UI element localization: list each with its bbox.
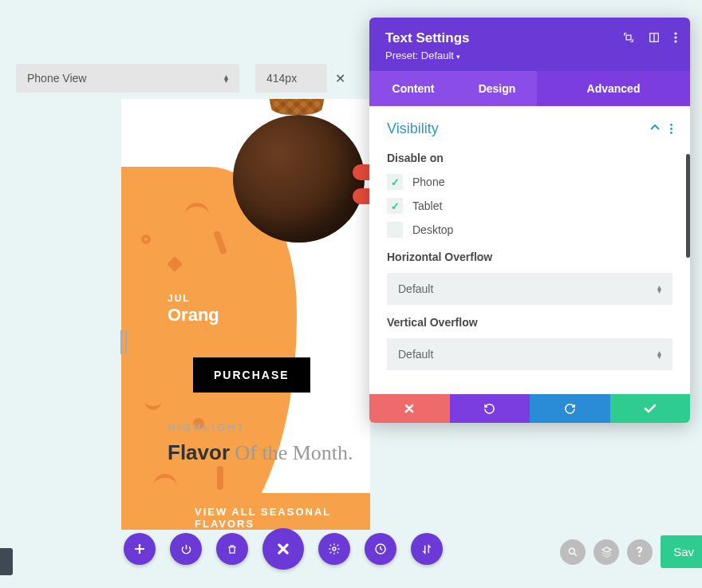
disable-phone-label: Phone xyxy=(412,176,444,188)
chevron-updown-icon: ▴▾ xyxy=(657,350,661,358)
panel-tabs: Content Design Advanced xyxy=(369,71,690,106)
sort-button[interactable] xyxy=(411,533,443,565)
dots-icon[interactable] xyxy=(674,32,677,43)
disable-desktop-label: Desktop xyxy=(412,223,453,236)
expand-icon[interactable] xyxy=(623,32,634,43)
svg-point-8 xyxy=(670,132,672,134)
view-all-button[interactable]: VIEW ALL SEASONAL FLAVORS xyxy=(176,493,370,530)
close-builder-button[interactable] xyxy=(262,528,304,570)
save-button[interactable]: Sav xyxy=(661,535,702,568)
svg-point-11 xyxy=(569,548,574,554)
panel-body: Visibility Disable on ✓ Phone ✓ Tablet D… xyxy=(369,106,690,394)
bottom-right-actions: Sav xyxy=(560,535,702,568)
panel-header[interactable]: Text Settings Preset: Default xyxy=(369,18,690,71)
hero-image xyxy=(201,99,369,266)
cancel-button[interactable] xyxy=(369,394,450,423)
preview-width-input[interactable]: 414px xyxy=(255,64,327,93)
search-button[interactable] xyxy=(560,539,586,565)
view-mode-select[interactable]: Phone View ▴▾ xyxy=(16,64,239,93)
svg-point-7 xyxy=(670,128,672,130)
h-overflow-select[interactable]: Default ▴▾ xyxy=(387,273,672,305)
chevron-updown-icon: ▴▾ xyxy=(657,285,661,293)
section-title: Visibility xyxy=(387,120,439,137)
disable-on-label: Disable on xyxy=(387,152,672,164)
highlight-label: HIGHLIGHT xyxy=(168,421,246,433)
doodle-icon xyxy=(217,466,223,490)
cone-icon xyxy=(257,99,337,115)
power-button[interactable] xyxy=(170,533,202,565)
scoop-icon xyxy=(233,115,365,243)
doodle-icon xyxy=(141,235,151,244)
section-dots-icon[interactable] xyxy=(670,124,672,134)
flavor-bold: Flavor xyxy=(168,440,230,464)
section-visibility-header[interactable]: Visibility xyxy=(387,120,672,137)
panel-scrollbar[interactable] xyxy=(686,154,690,258)
v-overflow-select[interactable]: Default ▴▾ xyxy=(387,338,672,370)
add-button[interactable] xyxy=(124,533,156,565)
v-overflow-label: Vertical Overflow xyxy=(387,316,672,329)
redo-button[interactable] xyxy=(530,394,610,423)
preset-dropdown[interactable]: Preset: Default xyxy=(385,49,674,61)
tab-content[interactable]: Content xyxy=(369,71,457,106)
svg-rect-0 xyxy=(626,35,631,40)
disable-tablet-row: ✓ Tablet xyxy=(387,198,672,214)
panel-footer xyxy=(369,394,690,423)
svg-point-6 xyxy=(670,124,672,126)
svg-point-5 xyxy=(674,40,676,42)
help-button[interactable] xyxy=(627,539,653,565)
preview-width-value: 414px xyxy=(266,72,297,85)
left-rail-toggle[interactable] xyxy=(0,548,13,575)
hero-heading: Orang xyxy=(168,305,219,326)
purchase-button[interactable]: PURCHASE xyxy=(193,357,310,393)
resize-handle-icon[interactable] xyxy=(120,330,127,354)
columns-icon[interactable] xyxy=(649,32,660,43)
disable-phone-checkbox[interactable]: ✓ xyxy=(387,174,403,190)
settings-button[interactable] xyxy=(318,533,350,565)
svg-point-4 xyxy=(674,36,676,38)
h-overflow-label: Horizontal Overflow xyxy=(387,251,672,263)
v-overflow-value: Default xyxy=(398,348,433,361)
disable-desktop-checkbox[interactable] xyxy=(387,222,403,238)
clear-width-icon[interactable]: ✕ xyxy=(335,71,345,86)
disable-tablet-label: Tablet xyxy=(412,199,442,212)
disable-phone-row: ✓ Phone xyxy=(387,174,672,190)
tab-design[interactable]: Design xyxy=(457,71,537,106)
svg-point-9 xyxy=(333,547,336,551)
disable-tablet-checkbox[interactable]: ✓ xyxy=(387,198,403,214)
chevron-updown-icon: ▴▾ xyxy=(224,74,228,82)
flavor-heading: Flavor Of the Month. xyxy=(168,440,353,465)
flavor-rest: Of the Month. xyxy=(230,441,353,464)
confirm-button[interactable] xyxy=(610,394,691,423)
h-overflow-value: Default xyxy=(398,282,433,295)
chevron-up-icon[interactable] xyxy=(649,124,661,134)
hero-tag: JUL xyxy=(168,293,191,304)
tab-advanced[interactable]: Advanced xyxy=(537,71,690,106)
preview-canvas: JUL Orang PURCHASE HIGHLIGHT Flavor Of t… xyxy=(121,99,370,530)
layers-button[interactable] xyxy=(594,539,619,565)
builder-actions xyxy=(124,528,443,570)
history-button[interactable] xyxy=(365,533,396,565)
disable-desktop-row: Desktop xyxy=(387,222,672,238)
trash-button[interactable] xyxy=(216,533,248,565)
settings-panel: Text Settings Preset: Default Content De… xyxy=(369,18,690,423)
svg-point-3 xyxy=(674,32,676,34)
undo-button[interactable] xyxy=(450,394,530,423)
view-mode-value: Phone View xyxy=(27,72,86,85)
